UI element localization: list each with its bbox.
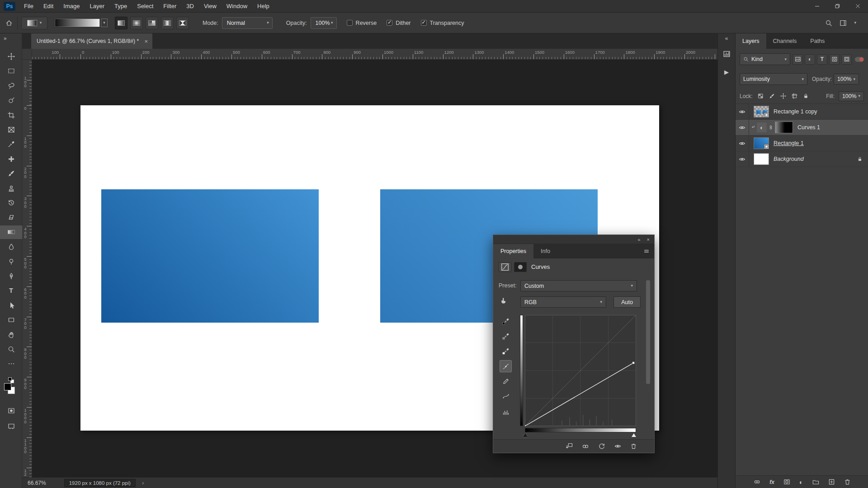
gradient-tool[interactable]: [0, 225, 22, 239]
preset-select[interactable]: Custom▾: [520, 280, 637, 291]
lock-position-icon[interactable]: [779, 93, 787, 99]
layer-thumbnail[interactable]: [754, 137, 769, 149]
add-mask-icon[interactable]: [783, 479, 790, 485]
channel-select[interactable]: RGB▾: [520, 296, 606, 308]
targeted-adjustment-icon[interactable]: [500, 297, 507, 305]
tab-layers[interactable]: Layers: [736, 33, 766, 49]
layer-visibility-toggle[interactable]: [736, 136, 749, 151]
pen-tool[interactable]: [0, 269, 22, 283]
fill-select[interactable]: 100%▾: [839, 91, 864, 101]
auto-button[interactable]: Auto: [613, 296, 641, 308]
new-adjustment-icon[interactable]: ◐: [799, 479, 803, 485]
clip-to-layer-icon[interactable]: [566, 443, 573, 450]
zoom-tool[interactable]: [0, 343, 22, 356]
angle-gradient-button[interactable]: [146, 17, 158, 29]
eyedropper-tool[interactable]: [0, 137, 22, 151]
search-icon[interactable]: [825, 19, 832, 27]
filter-kind-select[interactable]: Kind ▾: [740, 53, 790, 65]
smart-object-filter-icon[interactable]: [841, 54, 852, 65]
reset-icon[interactable]: [598, 443, 605, 450]
new-layer-icon[interactable]: [828, 479, 835, 485]
smooth-curve-tool[interactable]: [500, 390, 512, 402]
document-info-field[interactable]: 1920 px x 1080 px (72 ppi): [64, 479, 136, 487]
menu-item-3d[interactable]: 3D: [181, 0, 199, 12]
frame-tool[interactable]: [0, 123, 22, 136]
layer-opacity-select[interactable]: 100%▾: [834, 74, 859, 84]
layer-row-background[interactable]: Background: [736, 151, 868, 167]
menu-item-type[interactable]: Type: [109, 0, 132, 12]
curve-point-tool[interactable]: [500, 360, 512, 372]
lock-transparency-icon[interactable]: [757, 93, 764, 99]
tab-channels[interactable]: Channels: [766, 33, 804, 49]
delete-layer-icon[interactable]: [844, 479, 851, 485]
lock-pixels-icon[interactable]: [768, 93, 776, 99]
filter-toggle[interactable]: [855, 57, 864, 62]
layer-row-rectangle-1-copy[interactable]: Rectangle 1 copy: [736, 104, 868, 120]
rectangle-tool[interactable]: [0, 313, 22, 327]
mask-link-icon[interactable]: [768, 125, 774, 130]
horizontal-ruler[interactable]: 1000100200300400500600700800900100011001…: [32, 49, 717, 60]
clone-stamp-tool[interactable]: [0, 182, 22, 195]
menu-item-filter[interactable]: Filter: [158, 0, 181, 12]
gradient-preview[interactable]: [55, 19, 100, 27]
dither-checkbox[interactable]: Dither: [387, 20, 410, 26]
reverse-checkbox[interactable]: Reverse: [347, 20, 377, 26]
collapse-panel-chevron[interactable]: «: [637, 237, 640, 242]
zoom-level[interactable]: 66.67%: [28, 480, 46, 486]
diamond-gradient-button[interactable]: [176, 17, 189, 29]
object-selection-tool[interactable]: [0, 94, 22, 107]
photoshop-logo[interactable]: Ps: [4, 2, 15, 11]
menu-item-layer[interactable]: Layer: [85, 0, 110, 12]
gradient-picker-chevron[interactable]: ▾: [101, 19, 108, 27]
curves-graph[interactable]: [525, 315, 636, 426]
edit-toolbar[interactable]: [0, 357, 22, 371]
adjustment-filter-icon[interactable]: ◐: [805, 54, 815, 65]
path-selection-tool[interactable]: [0, 299, 22, 312]
adjustment-layer-icon[interactable]: ◐: [757, 122, 767, 132]
menu-item-help[interactable]: Help: [252, 0, 274, 12]
gray-point-eyedropper[interactable]: [500, 330, 512, 342]
transparency-checkbox[interactable]: Transparency: [421, 20, 464, 26]
ruler-origin-box[interactable]: [22, 49, 32, 60]
move-tool[interactable]: [0, 50, 22, 63]
eraser-tool[interactable]: [0, 211, 22, 224]
layer-mask-thumbnail[interactable]: [775, 122, 793, 133]
layer-visibility-toggle[interactable]: [736, 120, 749, 135]
workspace-icon[interactable]: [840, 19, 847, 27]
dodge-tool[interactable]: [0, 255, 22, 268]
menu-item-image[interactable]: Image: [58, 0, 85, 12]
crop-tool[interactable]: [0, 108, 22, 122]
lock-all-icon[interactable]: [802, 93, 810, 99]
delete-adjustment-icon[interactable]: [630, 443, 637, 450]
panel-scrollbar[interactable]: [646, 280, 650, 429]
panel-menu-icon[interactable]: [643, 248, 650, 254]
histogram-panel-icon[interactable]: [721, 48, 732, 60]
tab-paths[interactable]: Paths: [803, 33, 831, 49]
link-layers-icon[interactable]: [754, 479, 760, 485]
status-chevron-icon[interactable]: ›: [142, 479, 144, 486]
spot-healing-brush-tool[interactable]: [0, 152, 22, 166]
layer-thumbnail[interactable]: [754, 106, 769, 117]
home-button[interactable]: [5, 19, 13, 27]
history-brush-tool[interactable]: [0, 196, 22, 210]
mode-select[interactable]: Normal▾: [222, 17, 273, 29]
white-point-eyedropper[interactable]: [500, 345, 512, 357]
visibility-icon[interactable]: [614, 443, 621, 450]
blue-rectangle-left[interactable]: [101, 189, 319, 323]
pencil-tool[interactable]: [500, 375, 512, 387]
close-panel-icon[interactable]: ×: [647, 237, 650, 242]
histogram-clip-icon[interactable]: [500, 406, 512, 418]
type-tool[interactable]: T: [0, 284, 22, 297]
highlight-input-slider[interactable]: [632, 433, 636, 437]
lock-artboard-icon[interactable]: [791, 93, 798, 99]
menu-item-file[interactable]: File: [19, 0, 38, 12]
linear-gradient-button[interactable]: [115, 17, 127, 29]
layer-visibility-toggle[interactable]: [736, 151, 749, 167]
actions-panel-icon[interactable]: ▶: [721, 66, 732, 78]
expand-toolbar-chevron[interactable]: »: [4, 35, 7, 42]
lasso-tool[interactable]: [0, 79, 22, 93]
layer-visibility-toggle[interactable]: [736, 104, 749, 119]
link-state-icon[interactable]: [582, 443, 589, 450]
layer-thumbnail[interactable]: [754, 153, 769, 165]
close-button[interactable]: [848, 0, 868, 12]
